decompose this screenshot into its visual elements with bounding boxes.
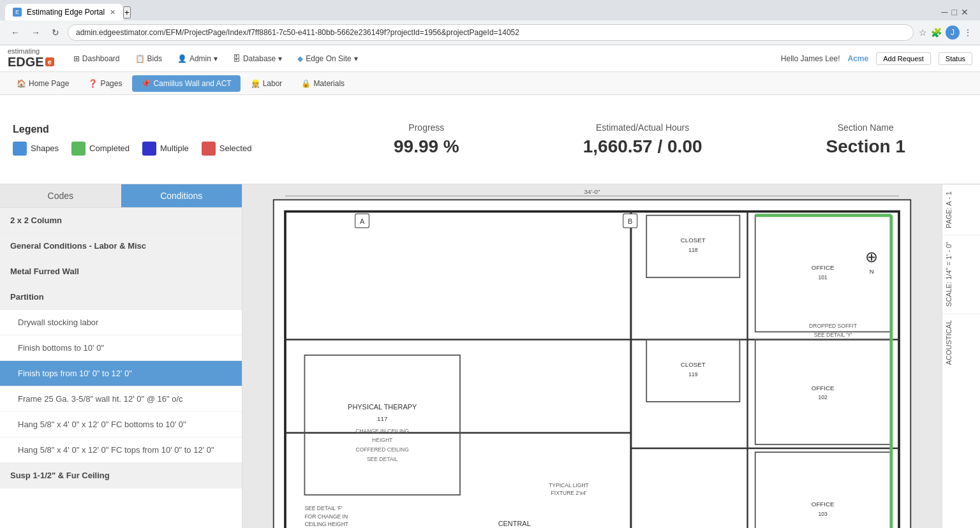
condition-finish-tops[interactable]: Finish tops from 10' 0" to 12' 0" [0, 361, 242, 386]
logo-edge-text: EDGE [8, 55, 44, 70]
section-name-block: Section Name Section 1 [826, 122, 905, 157]
logo-icon: e [45, 57, 54, 66]
condition-finish-bottoms[interactable]: Finish bottoms to 10' 0" [0, 335, 242, 361]
tab-pages[interactable]: ❓ Pages [79, 75, 131, 92]
profile-icon[interactable]: J [946, 26, 960, 40]
panel-tabs: Codes Conditions [0, 184, 242, 208]
labor-icon: 👷 [251, 79, 260, 88]
nav-database[interactable]: 🗄 Database ▾ [226, 52, 288, 66]
condition-hang-5-8-bottoms-label: Hang 5/8" x 4' 0" x 12' 0" FC bottoms to… [18, 420, 186, 429]
scale-ratio-label: SCALE: 1/4" = 1' - 0" [942, 235, 980, 313]
acme-label: Acme [848, 54, 869, 63]
svg-text:CENTRAL: CENTRAL [498, 520, 531, 527]
pages-icon: ❓ [88, 79, 98, 88]
svg-text:OFFICE: OFFICE [812, 385, 835, 392]
blueprint-area: PHYSICAL THERAPY 117 CHANGE IN CEILING H… [242, 184, 942, 528]
hours-block: Estimated/Actual Hours 1,660.57 / 0.00 [583, 122, 702, 157]
database-label: Database [243, 54, 276, 63]
svg-text:119: 119 [688, 371, 697, 378]
close-window-button[interactable]: ✕ [961, 7, 969, 17]
condition-hang-5-8-tops[interactable]: Hang 5/8" x 4' 0" x 12' 0" FC tops from … [0, 437, 242, 463]
bids-label: Bids [147, 54, 162, 63]
legend-title: Legend [13, 124, 332, 135]
svg-text:SEE DETAIL 'Y': SEE DETAIL 'Y' [814, 332, 852, 338]
bookmark-icon[interactable]: ☆ [919, 27, 927, 38]
active-browser-tab[interactable]: E Estimating Edge Portal ✕ [5, 4, 123, 20]
minimize-button[interactable]: ─ [942, 7, 948, 17]
section-name-value: Section 1 [826, 136, 905, 157]
close-tab-button[interactable]: ✕ [110, 8, 115, 17]
condition-drywall-stocking[interactable]: Drywall stocking labor [0, 310, 242, 335]
multiple-color [142, 142, 156, 156]
svg-text:OFFICE: OFFICE [812, 501, 835, 508]
tab-camiilus-wall[interactable]: 📌 Camiilus Wall and ACT [132, 75, 240, 92]
blueprint-container: PHYSICAL THERAPY 117 CHANGE IN CEILING H… [242, 184, 942, 528]
svg-text:OFFICE: OFFICE [812, 264, 835, 271]
hours-value: 1,660.57 / 0.00 [583, 136, 702, 157]
menu-icon[interactable]: ⋮ [963, 27, 972, 38]
svg-text:101: 101 [819, 274, 828, 281]
condition-metal-furred-wall-label: Metal Furred Wall [10, 267, 79, 276]
reload-button[interactable]: ↻ [48, 26, 63, 39]
codes-tab[interactable]: Codes [0, 184, 121, 207]
svg-text:SEE DETAIL 'F': SEE DETAIL 'F' [304, 505, 342, 511]
selected-color [202, 142, 216, 156]
browser-chrome: E Estimating Edge Portal ✕ + ─ □ ✕ ← → ↻… [0, 0, 980, 45]
greeting-text: Hello James Lee! [781, 54, 840, 63]
tab-labor[interactable]: 👷 Labor [242, 75, 292, 92]
url-input[interactable] [68, 24, 914, 41]
home-page-label: Home Page [29, 79, 69, 88]
tab-materials[interactable]: 🔒 Materials [292, 75, 353, 92]
extensions-icon[interactable]: 🧩 [931, 27, 942, 38]
edge-on-site-label: Edge On Site [306, 54, 351, 63]
page-tabs: 🏠 Home Page ❓ Pages 📌 Camiilus Wall and … [0, 72, 980, 95]
new-tab-button[interactable]: + [123, 6, 131, 18]
forward-button[interactable]: → [28, 26, 43, 39]
svg-text:102: 102 [819, 394, 828, 400]
nav-dashboard[interactable]: ⊞ Dashboard [67, 52, 126, 66]
restore-button[interactable]: □ [952, 7, 957, 17]
database-icon: 🗄 [233, 54, 241, 63]
admin-dropdown-icon: ▾ [214, 54, 218, 63]
condition-general-conditions-label: General Conditions - Labor & Misc [10, 241, 146, 251]
back-button[interactable]: ← [8, 26, 23, 39]
svg-text:HEIGHT: HEIGHT [372, 437, 392, 443]
add-request-button[interactable]: Add Request [876, 52, 931, 65]
status-button[interactable]: Status [939, 52, 972, 65]
legend-shapes: Shapes [13, 142, 59, 156]
completed-label: Completed [89, 143, 130, 153]
bids-icon: 📋 [135, 54, 145, 63]
admin-label: Admin [189, 54, 211, 63]
pages-label: Pages [100, 79, 122, 88]
condition-frame-25ga[interactable]: Frame 25 Ga. 3-5/8" wall ht. 12' 0" @ 16… [0, 386, 242, 412]
camiilus-wall-icon: 📌 [141, 79, 151, 88]
acoustical-label: ACOUSTICAL [942, 313, 980, 371]
svg-text:34'-0": 34'-0" [584, 188, 600, 195]
tab-home-page[interactable]: 🏠 Home Page [8, 75, 78, 92]
nav-bids[interactable]: 📋 Bids [129, 52, 168, 66]
svg-text:117: 117 [377, 415, 387, 422]
nav-edge-on-site[interactable]: ◆ Edge On Site ▾ [291, 52, 364, 66]
svg-text:TYPICAL LIGHT: TYPICAL LIGHT [549, 482, 589, 488]
stats-section: Progress 99.99 % Estimated/Actual Hours … [332, 122, 967, 157]
tab-favicon: E [13, 8, 22, 17]
section-name-label: Section Name [826, 122, 905, 133]
condition-hang-5-8-bottoms[interactable]: Hang 5/8" x 4' 0" x 12' 0" FC bottoms to… [0, 412, 242, 437]
condition-general-conditions[interactable]: General Conditions - Labor & Misc [0, 233, 242, 259]
legend-selected: Selected [202, 142, 252, 156]
address-bar: ← → ↻ ☆ 🧩 J ⋮ [0, 20, 980, 45]
content-area: Codes Conditions 2 x 2 Column General Co… [0, 184, 980, 528]
header-area: Legend Shapes Completed Multiple Selecte… [0, 95, 980, 184]
condition-2x2-column[interactable]: 2 x 2 Column [0, 208, 242, 233]
condition-susp-fur-ceiling[interactable]: Susp 1-1/2" & Fur Ceiling [0, 463, 242, 488]
nav-admin[interactable]: 👤 Admin ▾ [171, 52, 224, 66]
tab-title: Estimating Edge Portal [27, 8, 105, 17]
condition-partition[interactable]: Partition [0, 284, 242, 310]
condition-susp-fur-ceiling-label: Susp 1-1/2" & Fur Ceiling [10, 471, 110, 480]
database-dropdown-icon: ▾ [278, 54, 282, 63]
svg-text:118: 118 [688, 247, 697, 253]
condition-drywall-stocking-label: Drywall stocking labor [18, 318, 98, 327]
conditions-tab[interactable]: Conditions [121, 184, 242, 207]
completed-color [71, 142, 85, 156]
condition-metal-furred-wall[interactable]: Metal Furred Wall [0, 259, 242, 284]
